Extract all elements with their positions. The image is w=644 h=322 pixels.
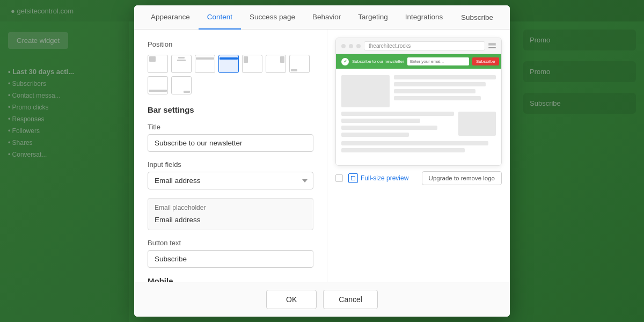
upgrade-btn[interactable]: Upgrade to remove logo: [422, 171, 502, 185]
tab-integrations[interactable]: Integrations: [397, 5, 452, 30]
position-label: Position: [148, 40, 313, 48]
pos-7[interactable]: [289, 55, 310, 73]
title-field-group: Title: [148, 123, 313, 152]
right-panel: thearchitect.rocks Subscribe to our news…: [327, 30, 510, 282]
input-fields-group: Input fields Email address Name Phone: [148, 160, 313, 189]
input-fields-select[interactable]: Email address Name Phone: [148, 172, 313, 189]
button-text-input[interactable]: [148, 250, 313, 268]
button-text-label: Button text: [148, 239, 313, 247]
browser-dot-2: [349, 44, 353, 48]
modal-body: Position: [134, 30, 510, 282]
modal-overlay: Appearance Content Success page Behavior…: [0, 0, 644, 322]
mobile-title: Mobile: [148, 276, 313, 282]
pos-5[interactable]: [242, 55, 262, 73]
preview-controls: Full-size preview Upgrade to remove logo: [335, 171, 502, 185]
browser-bar: thearchitect.rocks: [336, 38, 501, 54]
preview-b3: [341, 126, 437, 130]
email-placeholder-label: Email placeholder: [155, 204, 306, 211]
preview-row-3: [341, 141, 496, 152]
preview-img-2: [458, 112, 496, 136]
preview-content: [336, 69, 501, 165]
modal-footer: OK Cancel: [134, 282, 510, 317]
position-grid: [148, 55, 313, 94]
left-panel: Position: [134, 30, 327, 282]
preview-b6: [341, 148, 465, 152]
cancel-button[interactable]: Cancel: [323, 290, 378, 309]
tab-subscribe[interactable]: Subscribe: [452, 6, 502, 29]
preview-browser: thearchitect.rocks Subscribe to our news…: [335, 38, 502, 166]
preview-b5: [341, 141, 488, 145]
preview-b2: [341, 119, 420, 123]
preview-bar-input: [407, 57, 469, 65]
bar-settings-title: Bar settings: [148, 105, 313, 114]
preview-row-2: [341, 112, 496, 137]
browser-menu-icon: [488, 43, 496, 48]
browser-dot-1: [341, 44, 346, 48]
tab-targeting[interactable]: Targeting: [349, 5, 397, 30]
tab-success-page[interactable]: Success page: [241, 5, 304, 30]
preview-text-2: [394, 82, 486, 86]
fullsize-icon: [348, 173, 358, 183]
tab-appearance[interactable]: Appearance: [142, 5, 199, 30]
preview-checkbox[interactable]: [335, 174, 343, 182]
pos-top-left[interactable]: [148, 55, 168, 73]
modal-dialog: Appearance Content Success page Behavior…: [134, 5, 510, 317]
pos-9[interactable]: [171, 76, 192, 94]
browser-url: thearchitect.rocks: [364, 41, 485, 50]
preview-text-3: [394, 89, 475, 93]
preview-text-area: [394, 75, 496, 107]
preview-block-1: [341, 75, 390, 107]
title-input[interactable]: [148, 134, 313, 152]
pos-top-center[interactable]: [171, 55, 192, 73]
tab-behavior[interactable]: Behavior: [304, 5, 349, 30]
button-text-group: Button text: [148, 239, 313, 268]
preview-b4: [341, 133, 409, 137]
tab-content[interactable]: Content: [199, 5, 241, 30]
pos-6[interactable]: [266, 55, 286, 73]
browser-dot-3: [356, 44, 361, 48]
ok-button[interactable]: OK: [266, 290, 317, 309]
email-placeholder-input[interactable]: [155, 216, 306, 224]
fullsize-icon-inner: [351, 176, 355, 180]
preview-text-1: [394, 75, 496, 79]
pos-top-bar[interactable]: [195, 55, 215, 73]
tab-bar: Appearance Content Success page Behavior…: [134, 5, 510, 30]
preview-subscribe-btn: Subscribe: [472, 57, 499, 65]
preview-col-1: [341, 112, 454, 137]
preview-text-4: [394, 96, 481, 100]
email-placeholder-group: Email placeholder: [148, 198, 313, 230]
menu-line-2: [488, 46, 496, 47]
preview-b1: [341, 112, 454, 116]
menu-line-3: [488, 47, 496, 48]
preview-bar: Subscribe to our newsletter Subscribe ✕: [336, 54, 501, 69]
menu-line-1: [488, 43, 496, 45]
pos-8[interactable]: [148, 76, 168, 94]
preview-check-icon: [341, 58, 349, 65]
preview-row-1: [341, 75, 496, 107]
pos-bar-active[interactable]: [218, 55, 239, 73]
fullsize-label: Full-size preview: [361, 174, 408, 182]
fullsize-preview-btn[interactable]: Full-size preview: [348, 173, 408, 183]
preview-bar-text: Subscribe to our newsletter: [352, 59, 404, 64]
input-fields-label: Input fields: [148, 160, 313, 169]
title-label: Title: [148, 123, 313, 131]
